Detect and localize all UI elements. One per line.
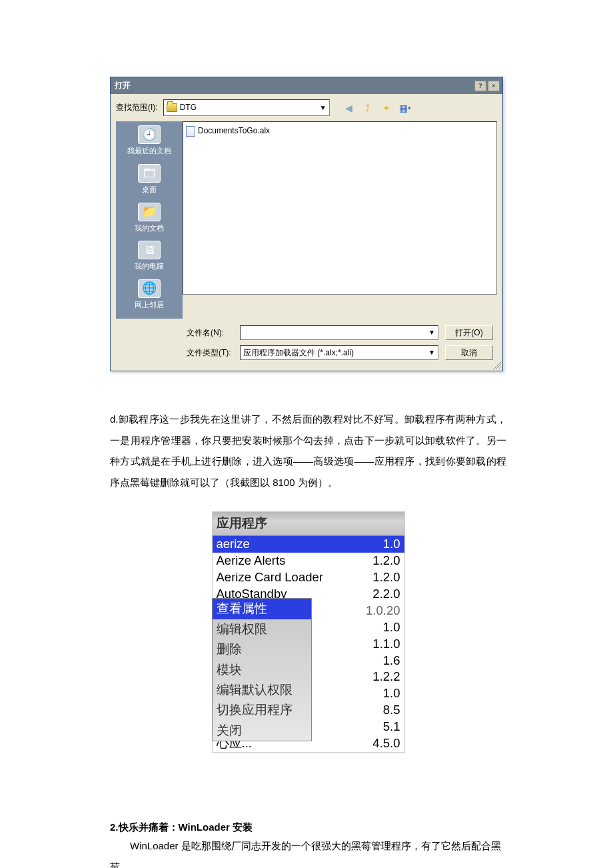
dialog-toolbar: ◀ ⤴ ✦ ▦▾ bbox=[342, 101, 412, 115]
bb-menu-item[interactable]: 编辑默认权限 bbox=[213, 680, 311, 700]
cancel-button[interactable]: 取消 bbox=[445, 345, 493, 360]
bb-menu-item[interactable]: 编辑权限 bbox=[213, 619, 311, 639]
filetype-dropdown[interactable]: 应用程序加载器文件 (*.alx;*.ali) ▼ bbox=[240, 345, 438, 360]
open-button[interactable]: 打开(O) bbox=[445, 325, 493, 340]
open-dialog: 打开 ? × 查找范围(I): DTG ▼ ◀ ⤴ ✦ ▦▾ 🕘 bbox=[110, 77, 503, 371]
bb-header: 应用程序 bbox=[213, 512, 404, 535]
place-documents[interactable]: 📁 我的文档 bbox=[135, 203, 164, 235]
bb-screenshot: 应用程序 aerize1.0Aerize Alerts1.2.0Aerize C… bbox=[212, 511, 405, 753]
help-button[interactable]: ? bbox=[474, 81, 486, 91]
dialog-titlebar[interactable]: 打开 ? × bbox=[111, 77, 502, 94]
close-button[interactable]: × bbox=[488, 81, 500, 91]
paragraph-d: d.卸载程序这一步我先在这里讲了，不然后面的教程对比不好写。卸载程序有两种方式，… bbox=[110, 409, 506, 493]
computer-icon: 🖥 bbox=[138, 241, 161, 259]
bb-app-name: Aerize Card Loader bbox=[217, 569, 323, 586]
bb-app-version: 1.2.0 bbox=[372, 553, 400, 569]
bb-app-row[interactable]: aerize1.0 bbox=[213, 536, 404, 553]
file-item[interactable]: DocumentsToGo.alx bbox=[186, 125, 494, 137]
bb-app-row[interactable]: Aerize Alerts1.2.0 bbox=[213, 553, 404, 569]
bb-app-version: 1.0 bbox=[383, 619, 400, 636]
bb-app-name: aerize bbox=[217, 536, 250, 553]
network-icon: 🌐 bbox=[138, 279, 161, 298]
bb-menu-item[interactable]: 关闭 bbox=[213, 721, 311, 741]
bb-menu-item[interactable]: 查看属性 bbox=[213, 599, 311, 619]
file-icon bbox=[186, 126, 195, 137]
place-computer[interactable]: 🖥 我的电脑 bbox=[135, 241, 164, 273]
folder-icon bbox=[167, 103, 177, 112]
bb-app-version: 1.0 bbox=[383, 536, 400, 553]
bb-app-version: 2.2.0 bbox=[372, 586, 400, 603]
filetype-label: 文件类型(T): bbox=[187, 347, 233, 359]
chevron-down-icon[interactable]: ▼ bbox=[428, 327, 435, 338]
place-desktop[interactable]: 🗔 桌面 bbox=[138, 164, 161, 196]
up-icon[interactable]: ⤴ bbox=[360, 101, 375, 115]
bb-app-row[interactable]: Aerize Card Loader1.2.0 bbox=[213, 569, 404, 586]
bb-app-name: Aerize Alerts bbox=[217, 553, 286, 569]
views-icon[interactable]: ▦▾ bbox=[398, 101, 412, 115]
place-network[interactable]: 🌐 网上邻居 bbox=[135, 279, 164, 311]
filename-label: 文件名(N): bbox=[187, 327, 233, 339]
look-in-value: DTG bbox=[180, 101, 197, 114]
bb-app-version: 8.5 bbox=[383, 702, 400, 719]
filename-input[interactable]: ▼ bbox=[240, 325, 438, 340]
chevron-down-icon: ▼ bbox=[320, 103, 326, 113]
bb-menu-item[interactable]: 模块 bbox=[213, 660, 311, 680]
bb-menu-item[interactable]: 删除 bbox=[213, 639, 311, 659]
bb-app-version: 4.5.0 bbox=[372, 735, 400, 752]
documents-icon: 📁 bbox=[138, 203, 161, 221]
bb-app-version: 1.6 bbox=[383, 653, 400, 669]
bb-app-version: 1.2.2 bbox=[372, 669, 400, 685]
back-icon[interactable]: ◀ bbox=[342, 101, 356, 115]
file-name: DocumentsToGo.alx bbox=[198, 125, 270, 137]
bb-app-version: 5.1 bbox=[383, 719, 400, 735]
look-in-label: 查找范围(I): bbox=[116, 101, 158, 114]
bb-context-menu[interactable]: 查看属性编辑权限删除模块编辑默认权限切换应用程序关闭 bbox=[212, 598, 312, 741]
dialog-title: 打开 bbox=[115, 79, 131, 92]
section-2-title: 2.快乐并痛着：WinLoader 安装 bbox=[110, 819, 506, 835]
places-bar: 🕘 我最近的文档 🗔 桌面 📁 我的文档 🖥 我的电脑 🌐 网上邻 bbox=[116, 121, 183, 319]
recent-icon: 🕘 bbox=[138, 125, 161, 144]
bb-menu-item[interactable]: 切换应用程序 bbox=[213, 700, 311, 720]
file-list[interactable]: DocumentsToGo.alx bbox=[183, 121, 497, 295]
place-recent[interactable]: 🕘 我最近的文档 bbox=[127, 125, 171, 157]
section-2-para: WinLoader 是吃那围绕厂同志开发的一个很强大的黑莓管理程序，有了它然后配… bbox=[110, 835, 506, 868]
bb-app-version: 1.0.20 bbox=[366, 603, 400, 619]
resize-handle[interactable] bbox=[493, 361, 501, 369]
chevron-down-icon[interactable]: ▼ bbox=[428, 347, 435, 358]
new-folder-icon[interactable]: ✦ bbox=[379, 101, 394, 115]
title-buttons: ? × bbox=[474, 81, 500, 91]
bb-app-version: 1.0 bbox=[383, 685, 400, 702]
bb-app-version: 1.2.0 bbox=[372, 569, 400, 586]
look-in-dropdown[interactable]: DTG ▼ bbox=[163, 99, 330, 116]
bb-app-version: 1.1.0 bbox=[372, 636, 400, 653]
desktop-icon: 🗔 bbox=[138, 164, 161, 183]
